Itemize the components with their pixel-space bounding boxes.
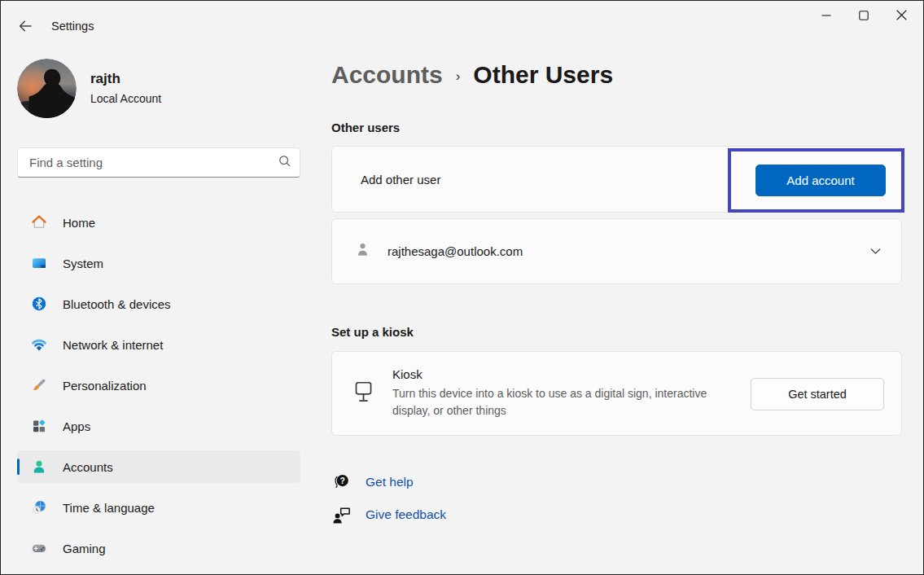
sidebar-nav: Home System Bluetooth & devices xyxy=(17,206,300,573)
get-started-button[interactable]: Get started xyxy=(751,378,884,410)
settings-window: Settings xyxy=(0,0,924,575)
avatar xyxy=(17,59,77,118)
maximize-button[interactable] xyxy=(845,1,882,32)
page-title: Other Users xyxy=(473,61,613,89)
back-button[interactable] xyxy=(12,15,38,39)
breadcrumb: Accounts › Other Users xyxy=(331,61,613,89)
sidebar-item-label: System xyxy=(63,257,103,270)
sidebar-item-home[interactable]: Home xyxy=(17,206,300,239)
other-users-heading: Other users xyxy=(331,121,400,134)
search-box[interactable] xyxy=(17,147,300,178)
gaming-icon xyxy=(31,540,47,556)
give-feedback-link[interactable]: Give feedback xyxy=(331,504,446,525)
close-icon xyxy=(896,10,907,23)
give-feedback-label: Give feedback xyxy=(366,507,446,522)
sidebar-item-label: Bluetooth & devices xyxy=(63,297,171,311)
give-feedback-icon xyxy=(331,504,353,525)
back-arrow-icon xyxy=(17,18,33,37)
kiosk-description: Turn this device into a kiosk to use as … xyxy=(392,385,742,419)
sidebar-item-label: Time & language xyxy=(63,501,155,515)
system-icon xyxy=(31,255,47,271)
sidebar-item-personalization[interactable]: Personalization xyxy=(17,369,300,402)
network-icon xyxy=(31,336,47,353)
close-button[interactable] xyxy=(882,1,920,32)
apps-icon xyxy=(31,418,47,434)
sidebar-item-label: Apps xyxy=(63,419,90,433)
home-icon xyxy=(31,214,47,230)
window-title: Settings xyxy=(51,20,94,33)
kiosk-row: Kiosk Turn this device into a kiosk to u… xyxy=(331,351,902,436)
kiosk-text: Kiosk Turn this device into a kiosk to u… xyxy=(392,367,742,419)
sidebar-item-label: Gaming xyxy=(63,542,106,555)
kiosk-title: Kiosk xyxy=(392,367,742,381)
add-account-button[interactable]: Add account xyxy=(755,165,886,196)
breadcrumb-separator-icon: › xyxy=(456,68,461,85)
personalization-icon xyxy=(31,377,47,393)
search-icon xyxy=(278,154,291,171)
account-email: rajthesaga@outlook.com xyxy=(388,244,869,258)
titlebar: Settings xyxy=(1,1,923,40)
account-row[interactable]: rajthesaga@outlook.com xyxy=(331,218,902,284)
bluetooth-icon xyxy=(31,296,47,312)
profile-account-type: Local Account xyxy=(90,92,161,105)
sidebar-item-gaming[interactable]: Gaming xyxy=(17,532,300,564)
accounts-icon xyxy=(31,459,47,475)
profile-name: rajth xyxy=(90,71,120,87)
sidebar-item-label: Personalization xyxy=(63,379,147,393)
maximize-icon xyxy=(859,11,869,23)
sidebar-item-accounts[interactable]: Accounts xyxy=(17,450,300,483)
search-input[interactable] xyxy=(29,156,278,169)
time-language-icon xyxy=(31,499,47,516)
minimize-icon xyxy=(821,11,831,23)
get-help-label: Get help xyxy=(366,475,414,489)
sidebar-item-apps[interactable]: Apps xyxy=(17,410,300,442)
sidebar-item-time-language[interactable]: Time & language xyxy=(17,491,300,524)
sidebar-item-network-internet[interactable]: Network & internet xyxy=(17,328,300,361)
sidebar-item-label: Home xyxy=(63,216,95,230)
kiosk-icon xyxy=(353,380,374,407)
chevron-down-icon[interactable] xyxy=(869,245,882,257)
add-other-user-label: Add other user xyxy=(361,173,440,187)
window-controls xyxy=(808,1,920,32)
minimize-button[interactable] xyxy=(808,1,845,32)
kiosk-heading: Set up a kiosk xyxy=(331,325,414,339)
person-icon xyxy=(354,241,371,261)
sidebar-item-label: Network & internet xyxy=(63,338,163,352)
svg-text:?: ? xyxy=(340,476,345,485)
sidebar-item-system[interactable]: System xyxy=(17,247,300,279)
sidebar-item-label: Accounts xyxy=(63,460,113,474)
breadcrumb-parent[interactable]: Accounts xyxy=(331,61,443,89)
get-help-icon: ? xyxy=(331,472,353,493)
get-help-link[interactable]: ? Get help xyxy=(331,472,414,493)
sidebar-item-bluetooth-devices[interactable]: Bluetooth & devices xyxy=(17,288,300,320)
